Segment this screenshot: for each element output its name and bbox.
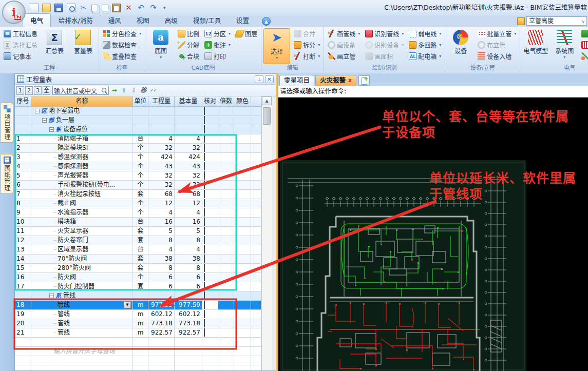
tab-video-tools[interactable]: 视频/工具 [185,13,229,27]
column-header-fill[interactable] [251,96,261,107]
project-info-button[interactable]: 工程信息 [2,28,39,39]
partition-button[interactable]: 分区 [203,28,232,39]
table-row[interactable]: 14┄70°防火阀套3838 [15,255,261,264]
paste-icon[interactable] [112,4,121,12]
collapse-ribbon-button[interactable]: ▲ [262,17,271,26]
level-1-button[interactable]: 1 [16,86,24,95]
scrollbar-thumb[interactable] [263,107,271,125]
base-map-button[interactable]: a底图 [147,28,174,64]
fire-alarm-button[interactable]: 火灾报警 [580,40,588,50]
tab-view[interactable]: 视图 [129,13,157,27]
close-tab-icon[interactable]: x [348,75,352,86]
open-file-icon[interactable] [42,4,51,12]
weak-line-button[interactable]: 弱电线 [407,28,443,39]
lay-riser-button[interactable]: 布立管 [476,40,518,50]
qat-more-icon[interactable]: ▾ [163,5,166,10]
doc-tab-fire-alarm[interactable]: 火灾报警 x [315,75,356,86]
check-checkbox[interactable] [204,301,205,309]
table-row[interactable]: 1┄消防端子箱台44 [15,134,261,144]
check-checkbox[interactable] [204,264,205,272]
table-row[interactable]: 5┄声光报警器个3232 [15,171,261,181]
move-down-icon[interactable]: ⇩ [129,86,138,95]
check-checkbox[interactable] [204,310,205,318]
collapse-icon[interactable]: − [49,294,54,298]
device-button[interactable]: 设备 [447,28,474,64]
quota-table-button[interactable]: 套量表 [70,28,97,64]
duplicate-icon[interactable] [102,5,108,11]
check-checkbox[interactable] [204,162,205,170]
table-row[interactable]: 9┄水流指示器个44 [15,208,261,218]
column-header-base[interactable]: 基本量 [175,96,202,107]
search-icon[interactable] [102,88,107,93]
cabling-button[interactable]: 综合布线 [580,28,588,39]
doc-tab-misc-items[interactable]: 零星项目 [279,75,314,86]
tree-group-row[interactable]: −系设备点位 [15,125,261,134]
column-header-unit[interactable]: 单位 [133,96,148,107]
table-row[interactable]: 2┄隔离模块SI个3232 [15,144,261,153]
table-row[interactable]: 19┄管线m602.12602.12 [15,310,261,319]
move-button[interactable]: 移 [139,86,148,95]
check-checkbox[interactable] [204,181,205,189]
riser-height-select[interactable]: 立管高度 [526,16,587,26]
table-row[interactable]: 18┄管线▼m977.59977.59 [15,301,261,310]
check-checkbox[interactable] [204,144,205,152]
tab-electrical[interactable]: 电气 [23,13,51,27]
check-checkbox[interactable] [204,245,205,253]
tab-ventilation[interactable]: 通风 [101,13,129,27]
data-check-button[interactable]: 数据检查 [101,40,143,50]
tree-group-row[interactable]: −区地下室弱电 [15,107,261,116]
tab-settings[interactable]: 设置 [229,13,257,27]
delete-icon[interactable]: ✕ [124,4,133,12]
table-row[interactable]: 6┄手动报警按钮(带电...个3232 [15,181,261,190]
column-header-qty[interactable]: 工程量 [148,96,175,107]
new-file-icon[interactable] [30,4,39,12]
check-checkbox[interactable] [204,153,205,161]
command-bar[interactable]: 请选择或输入操作命令: [278,86,588,97]
check-checkbox[interactable] [204,328,205,337]
table-row[interactable]: 7┄消火栓起泵按钮套6868 [15,190,261,199]
print-button[interactable]: 打印 [203,51,232,62]
scroll-up-icon[interactable]: ▲ [262,96,272,105]
table-row[interactable]: 3┄感温探测器个424424 [15,153,261,162]
table-row[interactable]: 21┄管线m922.57922.57 [15,328,261,338]
name-combo-dropdown[interactable]: ▼ [124,301,131,308]
notebook-button[interactable]: 记事本 [2,51,39,62]
merge-button[interactable]: 合并 [292,28,321,39]
search-input[interactable]: 输入拼音或中文 [52,86,109,95]
move-up-icon[interactable]: ⇧ [120,86,128,95]
check-checkbox[interactable] [204,190,205,198]
app-logo-icon[interactable]: iAZ [2,1,26,24]
level-3-button[interactable]: 3 [34,86,42,95]
switch-button[interactable]: 开关 [580,51,588,62]
save-icon[interactable] [54,4,63,12]
redo-icon[interactable]: ↷ [149,4,158,12]
table-row[interactable]: 17┄防火门控制器套66 [15,282,261,291]
check-checkbox[interactable] [204,199,205,207]
split-button[interactable]: 拆分 [292,40,321,50]
select-summary-button[interactable]: 选择汇总 [2,40,39,50]
print-preview-icon[interactable] [67,4,75,12]
summary-table-button[interactable]: Σ汇总表 [41,28,68,64]
table-row[interactable]: 11┄火灾显示器套55 [15,227,261,236]
column-header-name[interactable]: 名称 [31,96,133,107]
draw-device-button[interactable]: 画设备 [326,40,362,50]
distribution-box-button[interactable]: 配电箱 [407,51,443,62]
annotate-button[interactable]: 批注 [203,40,232,50]
empty-row[interactable] [15,338,261,347]
check-checkbox[interactable] [204,116,205,124]
column-header-check[interactable]: 核对 [202,96,218,107]
table-row[interactable]: 13┄区域显示器台44 [15,245,261,255]
collapse-icon[interactable]: − [49,127,54,132]
table-row[interactable]: 4┄感烟探测器个4343 [15,162,261,171]
new-tab-button[interactable] [358,75,370,86]
check-checkbox[interactable] [204,273,205,281]
table-row[interactable]: 10┄模块箱台1616 [15,218,261,227]
table-vertical-scrollbar[interactable]: ▲ [261,96,272,370]
overlap-check-button[interactable]: 重叠检查 [101,51,143,62]
table-row[interactable]: 8┄截止阀个1212 [15,199,261,208]
check-checkbox[interactable] [204,291,205,300]
select-tool-button[interactable]: ➤选择 [263,28,290,64]
table-row[interactable]: 15┄280°防火阀套88 [15,264,261,273]
check-checkbox[interactable] [204,208,205,217]
sidebar-tab-drawing-management[interactable]: 图纸管理 [1,154,13,194]
